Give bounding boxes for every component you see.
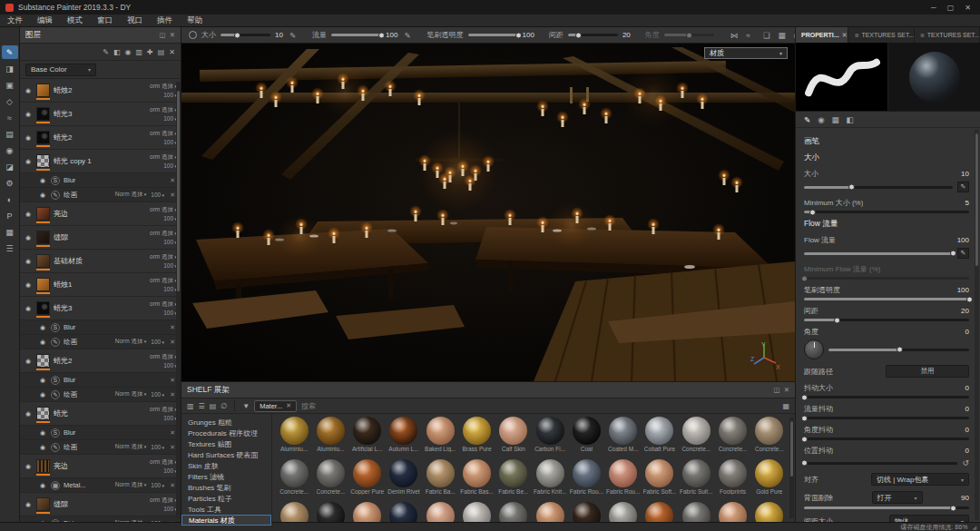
properties-tab[interactable]: ≣ TEXTURES SET... ✕	[848, 27, 914, 43]
visibility-eye-icon[interactable]: ◉	[24, 258, 33, 265]
visibility-eye-icon[interactable]: ◉	[38, 377, 47, 384]
layer-row[interactable]: ◉ 蜡光3 orm 透抹 100 ✕	[20, 103, 181, 126]
flow-slider[interactable]	[804, 252, 953, 255]
layer-name[interactable]: 蜡光2	[54, 356, 146, 366]
layer-opacity[interactable]: 100	[163, 215, 177, 221]
close-panel-icon[interactable]: ✕	[170, 31, 175, 39]
add-effect-icon[interactable]: ✎	[103, 48, 109, 56]
material-item[interactable]: Aluminiu...	[312, 417, 348, 458]
material-item[interactable]: Autumn L...	[386, 417, 422, 458]
material-item[interactable]: Gold Pure	[751, 459, 788, 501]
add-mask-icon[interactable]: ◧	[113, 48, 121, 56]
properties-tab[interactable]: ≣ PROPERTI... ✕	[796, 27, 848, 43]
layer-blend-mode[interactable]: orm 透抹	[150, 153, 177, 162]
tool-button[interactable]: ▦	[2, 225, 18, 239]
layer-row[interactable]: ◉ 绘画 Norm 透抹 100 ✕	[20, 388, 181, 402]
close-tab-icon[interactable]: ✕	[842, 32, 848, 39]
tool-button[interactable]: P	[2, 209, 18, 222]
layer-row[interactable]: ◉ 蜡光3 orm 透抹 100 ✕	[20, 297, 181, 320]
layer-name[interactable]: Blur	[64, 176, 156, 184]
layer-opacity[interactable]: 100	[151, 482, 164, 488]
layer-name[interactable]: Dirt	[64, 519, 112, 522]
tool-button[interactable]: ⚙	[2, 176, 18, 190]
menu-item[interactable]: 模式	[60, 15, 90, 26]
layer-opacity[interactable]: 100	[163, 162, 177, 169]
shelf-search-input[interactable]: 搜索	[301, 401, 316, 411]
shelf-category[interactable]: Tools 工具	[181, 504, 271, 515]
material-item[interactable]: Concrete...	[751, 417, 788, 458]
material-item[interactable]: Artificial L...	[349, 417, 386, 458]
layer-name[interactable]: 亮边	[54, 209, 146, 219]
visibility-eye-icon[interactable]: ◉	[38, 444, 47, 451]
shelf-category[interactable]: Procedurals 程序纹理	[181, 428, 271, 438]
material-item[interactable]	[714, 502, 750, 522]
visibility-eye-icon[interactable]: ◉	[24, 358, 33, 365]
size-slider[interactable]	[804, 186, 953, 189]
layer-thumbnail[interactable]	[36, 131, 50, 144]
opacity-slider[interactable]	[804, 298, 969, 300]
toolbar-flow-slider[interactable]	[331, 34, 381, 36]
material-item[interactable]	[495, 502, 532, 522]
layer-row[interactable]: ◉ 蜡光2 orm 透抹 100 ✕	[20, 349, 181, 373]
layer-blend-mode[interactable]: Norm 透抹	[115, 338, 147, 346]
shelf-category[interactable]: Textures 贴图	[181, 438, 271, 449]
hints-icon[interactable]: ❏	[761, 31, 772, 40]
layer-blend-mode[interactable]: orm 透抹	[150, 406, 177, 414]
layer-thumbnail[interactable]	[36, 459, 50, 473]
material-item[interactable]: Cobalt Pure	[642, 417, 678, 458]
layer-row[interactable]: ◉ 绘画 Norm 透抹 100 ✕	[20, 188, 181, 202]
material-item[interactable]: Carbon Fi...	[532, 417, 568, 458]
material-item[interactable]	[532, 502, 568, 522]
layer-thumbnail[interactable]	[36, 254, 50, 268]
layer-thumbnail[interactable]	[36, 407, 50, 420]
min-size-slider[interactable]	[804, 211, 969, 213]
material-item[interactable]: Fabric Suit...	[678, 459, 714, 501]
layer-name[interactable]: 蜡光2	[54, 133, 146, 143]
layer-name[interactable]: 亮边	[54, 461, 146, 471]
add-fill-layer-icon[interactable]: ▥	[135, 48, 142, 56]
layer-opacity[interactable]: 100	[163, 286, 177, 292]
shelf-list-view-icon[interactable]: ☰	[199, 402, 205, 410]
material-item[interactable]: Concrete...	[312, 459, 348, 501]
visibility-eye-icon[interactable]: ◉	[24, 211, 33, 218]
size-jitter-slider[interactable]	[804, 396, 969, 398]
material-item[interactable]: Footprints	[714, 459, 750, 501]
viewport-3d[interactable]: 材质 ▾ Y X Z	[181, 44, 795, 381]
size-space-dropdown[interactable]: 物体▾	[889, 515, 969, 522]
layer-name[interactable]: Metal...	[64, 481, 112, 489]
layer-thumbnail[interactable]	[36, 107, 50, 121]
min-flow-slider[interactable]	[804, 277, 969, 280]
visibility-eye-icon[interactable]: ◉	[38, 339, 47, 346]
material-item[interactable]	[458, 502, 495, 522]
toolbar-size-slider[interactable]	[220, 34, 270, 36]
tool-button[interactable]: ◐	[2, 192, 18, 206]
material-item[interactable]	[312, 502, 348, 522]
layer-thumbnail[interactable]	[36, 354, 50, 368]
material-item[interactable]: Concrete...	[714, 417, 750, 458]
visibility-eye-icon[interactable]: ◉	[38, 482, 47, 489]
maximize-button[interactable]: ▢	[947, 4, 955, 12]
tool-button[interactable]: ◪	[2, 160, 18, 173]
layer-opacity[interactable]: 100	[151, 339, 164, 345]
follow-path-button[interactable]: 禁用	[886, 365, 969, 378]
visibility-eye-icon[interactable]: ◉	[24, 87, 33, 94]
material-item[interactable]: Coated M...	[605, 417, 642, 458]
material-item[interactable]	[678, 502, 714, 522]
layer-thumbnail[interactable]	[36, 497, 50, 511]
layer-name[interactable]: 蜡光	[54, 408, 146, 418]
add-folder-icon[interactable]: ▤	[158, 48, 165, 56]
layer-row[interactable]: ◉ 蜡烛1 orm 透抹 100 ✕	[20, 273, 181, 297]
tool-button[interactable]: ☰	[2, 241, 18, 255]
layer-row[interactable]: ◉ 蜡光2 orm 透抹 100 ✕	[20, 126, 181, 150]
tool-button[interactable]: ▣	[2, 78, 18, 92]
minimize-button[interactable]: ─	[931, 4, 936, 12]
tool-button[interactable]: ◇	[2, 94, 18, 108]
delete-layer-icon[interactable]: ✕	[169, 48, 175, 56]
tool-button[interactable]: ▤	[2, 127, 18, 141]
layer-blend-mode[interactable]: orm 透抹	[150, 230, 177, 238]
shelf-category[interactable]: Brushes 笔刷	[181, 482, 271, 493]
tool-button[interactable]: ◉	[2, 143, 18, 157]
shelf-link-icon[interactable]: ▤	[210, 402, 217, 410]
layer-opacity[interactable]: 100	[163, 467, 177, 474]
visibility-eye-icon[interactable]: ◉	[38, 324, 47, 331]
